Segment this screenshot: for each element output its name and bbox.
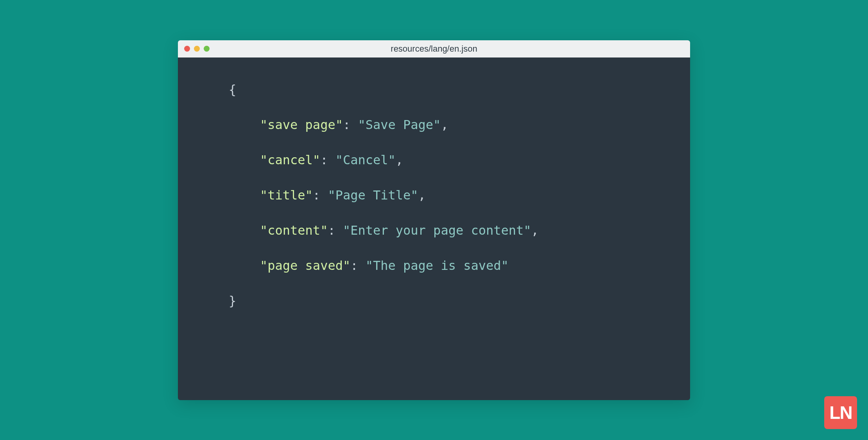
json-value: "Cancel"	[335, 153, 396, 167]
colon: :	[343, 117, 358, 132]
code-line: "cancel": "Cancel",	[201, 147, 667, 172]
code-line: "page saved": "The page is saved"	[201, 253, 667, 278]
comma: ,	[396, 153, 403, 167]
logo-text: LN	[829, 402, 852, 423]
json-key: "save page"	[260, 117, 343, 132]
close-icon[interactable]	[184, 46, 190, 52]
colon: :	[320, 153, 335, 167]
comma: ,	[418, 188, 426, 203]
minimize-icon[interactable]	[194, 46, 200, 52]
json-value: "Save Page"	[358, 117, 441, 132]
json-key: "page saved"	[260, 258, 350, 273]
json-key: "content"	[260, 223, 328, 238]
editor-window: resources/lang/en.json {"save page": "Sa…	[178, 40, 690, 400]
comma: ,	[531, 223, 539, 238]
code-line: "save page": "Save Page",	[201, 112, 667, 137]
maximize-icon[interactable]	[204, 46, 210, 52]
code-editor[interactable]: {"save page": "Save Page","cancel": "Can…	[178, 57, 690, 333]
json-key: "cancel"	[260, 153, 320, 167]
window-title: resources/lang/en.json	[178, 44, 690, 54]
comma: ,	[441, 117, 448, 132]
json-value: "Page Title"	[328, 188, 418, 203]
json-value: "The page is saved"	[366, 258, 509, 273]
colon: :	[313, 188, 328, 203]
code-line: "title": "Page Title",	[201, 183, 667, 208]
code-line: "content": "Enter your page content",	[201, 218, 667, 243]
json-key: "title"	[260, 188, 313, 203]
colon: :	[328, 223, 343, 238]
traffic-lights	[184, 46, 210, 52]
json-value: "Enter your page content"	[343, 223, 531, 238]
ln-logo: LN	[824, 396, 857, 429]
colon: :	[350, 258, 366, 273]
brace-close: }	[229, 293, 236, 308]
brace-open: {	[229, 82, 236, 97]
titlebar: resources/lang/en.json	[178, 40, 690, 57]
